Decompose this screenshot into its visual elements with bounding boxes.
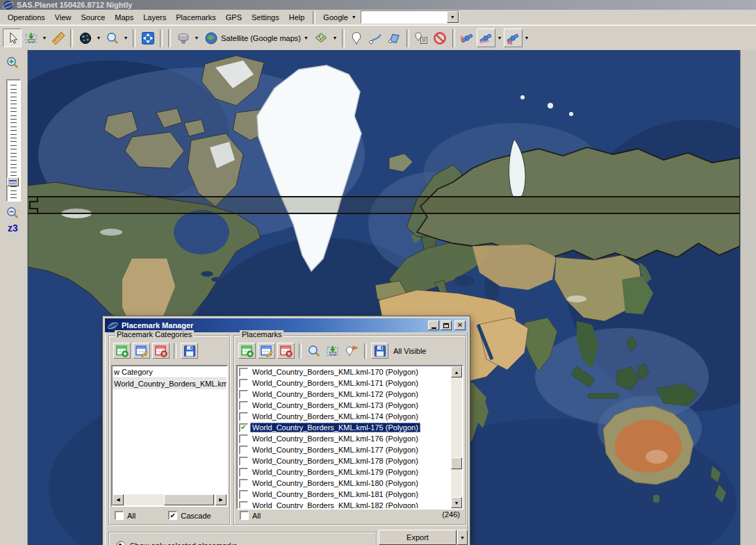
add-polygon-button[interactable] (385, 29, 404, 47)
placemark-row[interactable]: World_Country_Borders_KML.kml-177 (Polyg… (238, 444, 462, 455)
add-path-button[interactable] (366, 29, 385, 47)
map-type-button[interactable]: Satellite (Google maps) ▼ (201, 29, 312, 47)
zoom-in-button[interactable] (6, 56, 19, 70)
categories-list-header[interactable]: w Category (113, 366, 227, 378)
visibility-checkbox[interactable] (239, 479, 248, 488)
placemarks-all-checkbox[interactable] (240, 511, 249, 520)
visibility-checkbox[interactable] (239, 379, 248, 388)
export-dropdown-arrow[interactable]: ▼ (457, 530, 468, 545)
maximize-button[interactable] (441, 320, 452, 330)
show-selected-radio[interactable] (116, 541, 126, 545)
search-provider-dropdown[interactable]: Google ▼ (319, 12, 360, 23)
cursor-tool-button[interactable] (3, 29, 22, 47)
edit-placemark-button[interactable] (258, 343, 275, 359)
visibility-checkbox[interactable] (239, 434, 248, 444)
goto-placemark-icon[interactable] (345, 344, 359, 358)
zoom-slider[interactable] (6, 79, 21, 202)
menu-item[interactable]: GPS (221, 11, 247, 24)
zoom-tool-button[interactable] (103, 29, 122, 47)
placemark-row[interactable]: World_Country_Borders_KML.kml-173 (Polyg… (238, 400, 462, 411)
visibility-checkbox[interactable] (239, 468, 248, 477)
search-placemark-icon[interactable] (307, 344, 321, 358)
placemark-row[interactable]: World_Country_Borders_KML.kml-174 (Polyg… (238, 411, 462, 422)
placemarks-list[interactable]: World_Country_Borders_KML.kml-170 (Polyg… (236, 365, 463, 510)
visibility-checkbox[interactable] (239, 501, 248, 510)
scroll-up-button[interactable]: ▲ (451, 366, 462, 377)
visibility-checkbox[interactable] (239, 423, 248, 432)
placemark-row[interactable]: World_Country_Borders_KML.kml-180 (Polyg… (238, 478, 462, 489)
menu-item[interactable]: View (50, 11, 76, 24)
gps-track-dropdown-arrow[interactable]: ▼ (495, 29, 504, 47)
categories-hscrollbar[interactable]: ◀ ▶ (113, 494, 227, 505)
gps-connect-button[interactable] (458, 29, 477, 47)
cache-dropdown-arrow[interactable]: ▼ (192, 29, 201, 47)
menu-item[interactable]: Layers (138, 11, 171, 24)
menu-item[interactable]: Placemarks (171, 11, 220, 24)
placemark-row[interactable]: World_Country_Borders_KML.kml-176 (Polyg… (238, 433, 462, 444)
fullscreen-button[interactable] (138, 29, 157, 47)
placemark-row[interactable]: World_Country_Borders_KML.kml-170 (Polyg… (238, 366, 462, 377)
menu-item[interactable]: Maps (110, 11, 138, 24)
scroll-left-button[interactable]: ◀ (113, 494, 124, 505)
close-button[interactable]: ✕ (454, 320, 466, 330)
zoom-tool-dropdown-arrow[interactable]: ▼ (122, 29, 130, 47)
categories-list[interactable]: w Category World_Country_Borders_KML.kml… (111, 365, 228, 507)
placemark-manager-button[interactable] (412, 29, 431, 47)
search-combobox[interactable]: ▼ (361, 10, 459, 24)
gps-polygon-dropdown-arrow[interactable]: ▼ (523, 29, 531, 47)
ruler-button[interactable] (49, 29, 67, 47)
placemark-manager-dialog[interactable]: Placemark Manager ✕ Placemark Categories… (103, 316, 470, 545)
visibility-checkbox[interactable] (239, 457, 248, 466)
placemark-row[interactable]: World_Country_Borders_KML.kml-171 (Polyg… (238, 377, 462, 389)
minimize-button[interactable] (428, 320, 439, 330)
selection-download-button[interactable] (22, 29, 40, 47)
placemark-row[interactable]: World_Country_Borders_KML.kml-172 (Polyg… (238, 389, 462, 400)
zoom-out-button[interactable] (6, 206, 19, 220)
visibility-checkbox[interactable] (239, 368, 248, 377)
menu-item[interactable]: Source (76, 11, 110, 24)
menu-item[interactable]: Settings (247, 11, 284, 24)
visibility-checkbox[interactable] (239, 390, 248, 399)
add-placemark-button[interactable] (347, 29, 366, 47)
search-input[interactable] (361, 11, 447, 23)
placemarks-vscrollbar[interactable]: ▲ ▼ (451, 366, 462, 508)
search-dropdown-button[interactable]: ▼ (447, 11, 459, 23)
export-button[interactable]: Export (379, 530, 457, 545)
placemark-row[interactable]: World_Country_Borders_KML.kml-175 (Polyg… (238, 422, 462, 433)
add-placemark-button[interactable] (238, 343, 256, 359)
layers-button[interactable] (312, 29, 331, 47)
category-row[interactable]: World_Country_Borders_KML.kml (113, 378, 227, 389)
visibility-checkbox[interactable] (239, 401, 248, 410)
categories-all-checkbox[interactable] (115, 511, 124, 520)
add-category-button[interactable] (113, 343, 131, 359)
gps-polygon-button[interactable] (504, 29, 523, 47)
visibility-checkbox[interactable] (239, 412, 248, 421)
edit-category-button[interactable] (133, 343, 150, 359)
placemark-row[interactable]: World_Country_Borders_KML.kml-181 (Polyg… (238, 489, 462, 500)
delete-placemark-button[interactable] (277, 343, 295, 359)
scroll-right-button[interactable]: ▶ (215, 494, 227, 505)
visibility-checkbox[interactable] (239, 446, 248, 455)
placemark-row[interactable]: World_Country_Borders_KML.kml-182 (Polyg… (238, 500, 462, 510)
zoom-slider-handle[interactable] (7, 177, 19, 186)
scroll-down-button[interactable]: ▼ (451, 497, 462, 508)
save-categories-button[interactable] (181, 343, 198, 359)
dark-globe-dropdown-arrow[interactable]: ▼ (94, 29, 103, 47)
visibility-checkbox[interactable] (239, 490, 248, 499)
hscroll-track[interactable] (124, 494, 215, 505)
placemark-row[interactable]: World_Country_Borders_KML.kml-179 (Polyg… (238, 466, 462, 478)
save-placemarks-button[interactable] (371, 343, 388, 359)
layers-dropdown-arrow[interactable]: ▼ (331, 29, 339, 47)
menu-item[interactable]: Help (284, 11, 310, 24)
selection-dropdown-arrow[interactable]: ▼ (40, 29, 49, 47)
dark-globe-button[interactable] (76, 29, 94, 47)
gps-track-button[interactable] (477, 29, 495, 47)
vscroll-thumb[interactable] (451, 457, 462, 469)
cascade-checkbox[interactable] (168, 511, 177, 520)
select-placemark-icon[interactable] (326, 344, 340, 358)
show-selected-radio-row[interactable]: Show only selected placemarks (116, 541, 237, 545)
cache-button[interactable] (174, 29, 192, 47)
placemark-row[interactable]: World_Country_Borders_KML.kml-178 (Polyg… (238, 455, 462, 466)
hscroll-thumb[interactable] (164, 494, 214, 505)
menu-item[interactable]: Operations (3, 11, 50, 24)
